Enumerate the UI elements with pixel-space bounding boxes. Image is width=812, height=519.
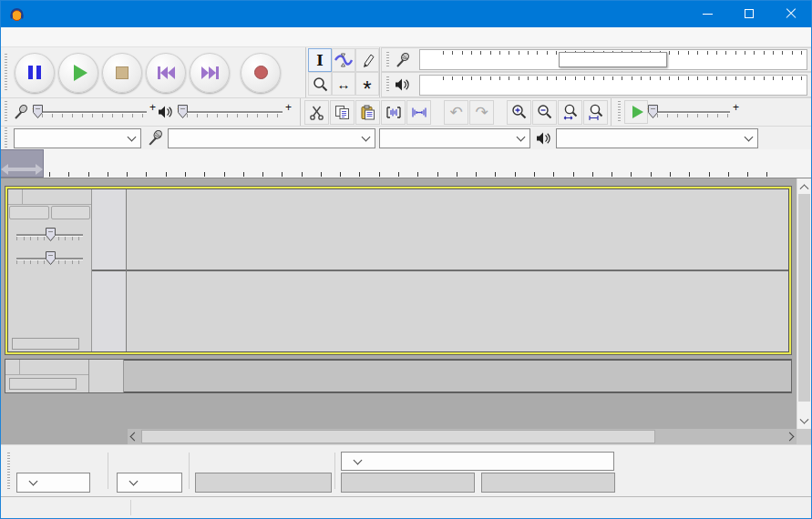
skip-to-end-button[interactable] [190, 53, 230, 93]
play-icon [74, 65, 87, 81]
toolbar-grip[interactable] [2, 127, 9, 149]
slider-thumb[interactable] [46, 228, 56, 241]
pan-slider[interactable] [15, 247, 85, 268]
zoom-out-button[interactable] [532, 100, 557, 125]
slider-thumb[interactable] [33, 105, 43, 118]
vertical-scale-ruler[interactable] [92, 189, 127, 351]
draw-tool-button[interactable] [355, 48, 379, 72]
copy-button[interactable] [330, 100, 355, 125]
playback-volume-slider[interactable]: – + [178, 102, 292, 122]
slider-groove[interactable] [42, 111, 147, 113]
playback-meter[interactable] [381, 72, 812, 97]
menu-bar [0, 27, 812, 47]
edit-toolbar: ↶ ↷ [301, 98, 612, 126]
solo-button[interactable] [51, 206, 91, 219]
maximize-button[interactable] [728, 0, 770, 27]
selection-mode-select[interactable] [341, 452, 614, 471]
chevron-right-icon [786, 432, 795, 442]
vertical-scrollbar[interactable] [797, 178, 811, 429]
chevron-down-icon [128, 132, 137, 141]
zoom-in-button[interactable] [507, 100, 531, 125]
recording-device-select[interactable] [168, 128, 375, 148]
toolbar-grip[interactable] [615, 101, 622, 123]
play-at-speed-button[interactable] [624, 100, 648, 124]
label-area[interactable] [124, 360, 791, 392]
meter-ticks [443, 76, 807, 80]
slider-thumb[interactable] [648, 105, 658, 118]
play-at-speed-icon [632, 106, 643, 118]
skip-to-start-button[interactable] [146, 53, 186, 93]
cut-button[interactable] [304, 100, 329, 125]
multi-tool-button[interactable]: * [355, 72, 379, 96]
scroll-right-button[interactable] [783, 429, 797, 444]
recording-volume-slider[interactable]: – + [33, 102, 156, 122]
audio-host-select[interactable] [14, 128, 141, 148]
playback-meter-scale[interactable] [419, 75, 807, 96]
status-divider [130, 500, 131, 515]
fit-selection-button[interactable] [558, 100, 582, 125]
scroll-left-button[interactable] [128, 429, 141, 444]
paste-button[interactable] [355, 100, 380, 125]
fit-project-icon [588, 104, 604, 120]
timeline-ruler[interactable] [0, 149, 812, 178]
cut-icon [309, 105, 324, 120]
recording-meter[interactable] [381, 47, 812, 72]
selection-start-field[interactable] [341, 473, 475, 493]
scroll-up-button[interactable] [797, 178, 811, 193]
label-track-menu[interactable] [20, 360, 88, 374]
monitoring-tooltip[interactable] [559, 52, 667, 67]
undo-button[interactable]: ↶ [444, 100, 468, 125]
toolbar-grip[interactable] [384, 52, 391, 68]
stop-button[interactable] [102, 53, 142, 93]
silence-audio-button[interactable] [406, 100, 431, 125]
audio-track-menu[interactable] [23, 189, 91, 204]
waveform-display[interactable] [127, 189, 788, 351]
time-shift-tool-button[interactable]: ↔ [332, 72, 355, 96]
project-rate-select[interactable] [16, 473, 90, 493]
trim-audio-button[interactable] [381, 100, 406, 125]
recording-meter-scale[interactable] [419, 49, 807, 70]
envelope-tool-button[interactable] [332, 48, 355, 72]
selection-end-field[interactable] [481, 473, 615, 493]
slider-groove[interactable] [187, 111, 283, 113]
close-button[interactable] [770, 0, 812, 27]
fit-selection-icon [562, 104, 579, 120]
trim-audio-icon [385, 105, 402, 120]
play-button[interactable] [58, 53, 98, 93]
slider-groove[interactable] [657, 111, 730, 113]
horizontal-scroll-thumb[interactable] [141, 430, 655, 443]
audio-position-field[interactable] [195, 473, 332, 493]
fit-project-button[interactable] [583, 100, 608, 125]
horizontal-scrollbar[interactable] [128, 429, 797, 444]
waveform-channel-right[interactable] [127, 271, 788, 351]
record-button[interactable] [241, 53, 281, 93]
audacity-logo-icon [9, 6, 25, 22]
scroll-down-button[interactable] [797, 414, 811, 429]
zoom-tool-button[interactable] [308, 72, 332, 96]
label-track-close-button[interactable] [5, 360, 20, 374]
snap-to-select[interactable] [117, 473, 182, 493]
recording-channels-select[interactable] [379, 128, 530, 148]
timeline-selection-region[interactable] [0, 149, 44, 178]
gain-slider[interactable] [15, 223, 85, 244]
collapse-track-button[interactable] [12, 338, 79, 350]
toolbar-grip[interactable] [384, 76, 391, 93]
playback-device-select[interactable] [556, 128, 758, 148]
slider-thumb[interactable] [46, 251, 56, 265]
pause-button[interactable] [15, 53, 55, 93]
toolbar-grip[interactable] [5, 453, 12, 491]
mute-button[interactable] [9, 206, 49, 219]
play-speed-slider[interactable]: – + [648, 102, 739, 122]
minimize-button[interactable] [686, 0, 728, 27]
waveform-channel-left[interactable] [127, 189, 788, 270]
time-ruler[interactable] [0, 149, 797, 178]
audio-track-close-button[interactable] [8, 189, 23, 204]
toolbar-grip[interactable] [2, 101, 9, 123]
vertical-scroll-thumb[interactable] [798, 194, 810, 402]
redo-button[interactable]: ↷ [469, 100, 494, 125]
minimize-icon [703, 14, 713, 15]
selection-tool-button[interactable]: I [308, 48, 332, 72]
collapse-track-button[interactable] [9, 378, 77, 390]
slider-thumb[interactable] [178, 105, 188, 118]
toolbar-grip[interactable] [2, 54, 9, 92]
